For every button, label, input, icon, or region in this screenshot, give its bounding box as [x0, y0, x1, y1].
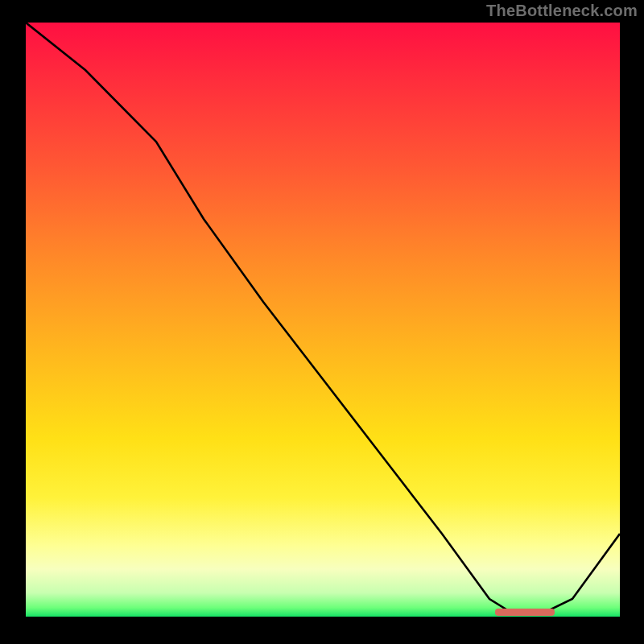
curve-path [26, 23, 620, 613]
plot-area [26, 23, 620, 617]
chart-container: TheBottleneck.com [0, 0, 644, 644]
bottleneck-curve [26, 23, 620, 617]
watermark-text: TheBottleneck.com [486, 2, 638, 20]
optimal-marker [495, 609, 555, 616]
